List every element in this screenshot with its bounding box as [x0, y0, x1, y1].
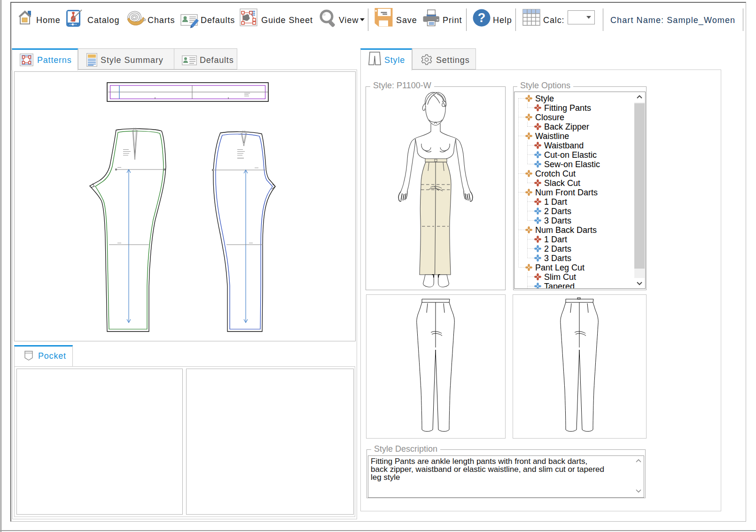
svg-text:Waistline: Waistline	[535, 131, 569, 141]
svg-text:Waistband: Waistband	[544, 141, 584, 150]
svg-text:Num Back Darts: Num Back Darts	[535, 225, 597, 235]
svg-text:Slack Cut: Slack Cut	[544, 178, 580, 188]
svg-text:Crotch Cut: Crotch Cut	[535, 169, 576, 178]
svg-text:Tapered: Tapered	[544, 282, 575, 288]
svg-text:Pant Leg Cut: Pant Leg Cut	[535, 263, 585, 272]
svg-text:Style: Style	[535, 94, 554, 103]
svg-text:Cut-on Elastic: Cut-on Elastic	[544, 150, 597, 160]
svg-text:Fitting Pants: Fitting Pants	[544, 103, 591, 113]
svg-text:Closure: Closure	[535, 113, 564, 122]
svg-text:Sew-on Elastic: Sew-on Elastic	[544, 160, 600, 169]
svg-text:3 Darts: 3 Darts	[544, 254, 571, 263]
svg-text:2 Darts: 2 Darts	[544, 207, 571, 216]
svg-text:1 Dart: 1 Dart	[544, 197, 567, 207]
svg-text:2 Darts: 2 Darts	[544, 244, 571, 254]
svg-text:Back Zipper: Back Zipper	[544, 122, 589, 131]
svg-text:Slim Cut: Slim Cut	[544, 272, 576, 282]
svg-text:?: ?	[478, 11, 486, 25]
svg-text:1 Dart: 1 Dart	[544, 235, 567, 244]
svg-text:Num Front Darts: Num Front Darts	[535, 188, 598, 197]
svg-text:3 Darts: 3 Darts	[544, 216, 571, 225]
